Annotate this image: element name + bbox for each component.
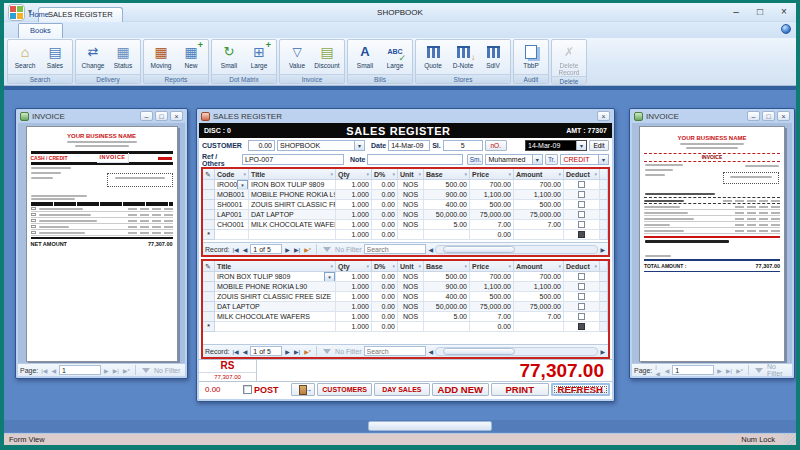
cell-unit[interactable]	[398, 322, 424, 332]
column-header[interactable]: Unit	[398, 169, 424, 180]
column-header[interactable]: Title	[249, 169, 336, 180]
column-header[interactable]: D%	[372, 261, 398, 272]
cell-title[interactable]: MOBILE PHONE ROKIA L90	[215, 282, 336, 292]
ribbon-button[interactable]: Sales	[40, 41, 70, 69]
cell-discount[interactable]: 0.00	[372, 282, 398, 292]
cell-base[interactable]	[424, 322, 470, 332]
horizontal-scrollbar[interactable]: ◀ ▶	[428, 245, 606, 254]
new-item-row[interactable]: * 1.000 0.00 0.00	[203, 322, 608, 332]
cell-price[interactable]: 1,100.00	[470, 190, 514, 200]
no-filter-label[interactable]: No Filter	[154, 367, 180, 374]
cell-price[interactable]: 0.00	[470, 230, 514, 240]
cell-qty[interactable]: 1.000	[336, 302, 372, 312]
deduct-checkbox[interactable]	[578, 273, 585, 280]
cell-amount[interactable]: 1,100.00	[514, 190, 564, 200]
cell-qty[interactable]: 1.000	[336, 230, 372, 240]
cell-amount[interactable]: 700.00	[514, 272, 564, 282]
restore-button[interactable]: □	[155, 111, 168, 121]
cell-deduct[interactable]	[564, 200, 600, 210]
record-position-input[interactable]	[250, 346, 282, 356]
ribbon-button[interactable]: Large	[380, 41, 410, 69]
cell-amount[interactable]: 700.00	[514, 180, 564, 190]
ribbon-button[interactable]: Discount	[312, 41, 342, 69]
minimize-button[interactable]: –	[747, 111, 760, 121]
day-sales-button[interactable]: DAY SALES	[374, 383, 429, 396]
close-button[interactable]: ×	[597, 111, 610, 121]
cell-qty[interactable]: 1.000	[336, 282, 372, 292]
close-button[interactable]: ×	[772, 3, 796, 21]
cell-base[interactable]: 900.00	[424, 282, 470, 292]
cell-amount[interactable]	[514, 322, 564, 332]
customer-combo[interactable]: SHOPBOOK	[277, 140, 365, 151]
cell-unit[interactable]: NOS	[398, 312, 424, 322]
ribbon-button[interactable]: Search	[10, 41, 40, 69]
transaction-type-combo[interactable]: CREDIT	[560, 154, 609, 165]
cell-amount[interactable]: 75,000.00	[514, 302, 564, 312]
row-selector[interactable]	[203, 190, 215, 200]
cell-qty[interactable]: 1.000	[336, 190, 372, 200]
row-selector[interactable]	[203, 200, 215, 210]
previous-page-icon[interactable]: ◀	[664, 367, 671, 374]
deduct-checkbox[interactable]	[578, 313, 585, 320]
deduct-checkbox[interactable]	[578, 201, 585, 208]
cell-unit[interactable]: NOS	[398, 220, 424, 230]
item-row[interactable]: ZOUIS SHIRT CLASSIC FREE SIZE 1.000 0.00…	[203, 292, 608, 302]
cell-unit[interactable]: NOS	[398, 190, 424, 200]
no-filter-label[interactable]: No Filter	[335, 348, 361, 355]
row-selector[interactable]	[203, 220, 215, 230]
deduct-checkbox[interactable]	[578, 221, 585, 228]
scroll-right-icon[interactable]: ▶	[599, 348, 606, 355]
close-button[interactable]: ×	[170, 111, 183, 121]
salesman-combo[interactable]: Muhammed	[485, 154, 542, 165]
column-header[interactable]: D%	[372, 169, 398, 180]
cell-price[interactable]: 1,100.00	[470, 282, 514, 292]
cell-amount[interactable]: 500.00	[514, 292, 564, 302]
ribbon-button[interactable]: Small	[214, 41, 244, 69]
ref-field[interactable]: LPO-007	[242, 154, 344, 165]
post-checkbox[interactable]	[243, 385, 252, 394]
ribbon-button[interactable]: Value	[282, 41, 312, 69]
cell-code[interactable]: SH0001	[215, 200, 249, 210]
cell-price[interactable]: 0.00	[470, 322, 514, 332]
new-record-icon[interactable]: ▶*	[122, 367, 131, 374]
close-button[interactable]: ×	[777, 111, 790, 121]
cell-code[interactable]: CHO001	[215, 220, 249, 230]
cell-deduct[interactable]	[564, 282, 600, 292]
row-selector[interactable]	[203, 272, 215, 282]
cell-code[interactable]	[215, 230, 249, 240]
cell-unit[interactable]: NOS	[398, 302, 424, 312]
first-page-icon[interactable]: |◀	[654, 364, 661, 377]
cell-qty[interactable]: 1.000	[336, 210, 372, 220]
deduct-checkbox[interactable]	[578, 323, 585, 330]
item-row[interactable]: MOBILE PHONE ROKIA L90 1.000 0.00 NOS 90…	[203, 282, 608, 292]
scrollbar-thumb[interactable]	[368, 421, 492, 431]
column-header[interactable]: Qty	[336, 261, 372, 272]
item-row[interactable]: MILK CHOCOLATE WAFERS 1.000 0.00 NOS 5.0…	[203, 312, 608, 322]
column-header[interactable]: Unit	[398, 261, 424, 272]
ribbon-button[interactable]: Change	[78, 41, 108, 69]
last-record-icon[interactable]: ▶|	[293, 246, 301, 253]
cell-price[interactable]: 500.00	[470, 200, 514, 210]
next-page-icon[interactable]: ▶	[716, 367, 723, 374]
no-filter-label[interactable]: No Filter	[335, 246, 361, 253]
cell-discount[interactable]: 0.00	[372, 322, 398, 332]
first-record-icon[interactable]: |◀	[232, 246, 240, 253]
new-record-icon[interactable]: ▶*	[303, 348, 312, 355]
cell-price[interactable]: 75,000.00	[470, 210, 514, 220]
ribbon-button[interactable]: Delete Record	[554, 41, 584, 76]
column-header[interactable]: Qty	[336, 169, 372, 180]
cell-amount[interactable]: 500.00	[514, 200, 564, 210]
scroll-left-icon[interactable]: ◀	[428, 246, 435, 253]
row-selector[interactable]	[203, 210, 215, 220]
column-header[interactable]: Deduct	[564, 169, 600, 180]
deduct-checkbox[interactable]	[578, 283, 585, 290]
cell-discount[interactable]: 0.00	[372, 302, 398, 312]
restore-button[interactable]: □	[748, 3, 772, 21]
cell-title[interactable]: MILK CHOCOLATE WAFERS	[215, 312, 336, 322]
cell-discount[interactable]: 0.00	[372, 210, 398, 220]
next-record-icon[interactable]: ▶	[284, 348, 291, 355]
ribbon-button[interactable]: TbbP	[516, 41, 546, 69]
date-picker-combo[interactable]: 14-Mar-09	[525, 140, 587, 151]
cell-qty[interactable]: 1.000	[336, 272, 372, 282]
cell-amount[interactable]: 7.00	[514, 312, 564, 322]
